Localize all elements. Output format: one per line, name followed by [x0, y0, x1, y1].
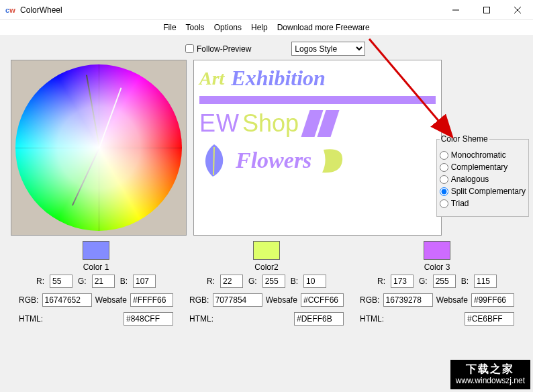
- menu-download[interactable]: Download more Freeware: [275, 21, 373, 34]
- html-input-2[interactable]: [294, 312, 344, 326]
- g-input-1[interactable]: [92, 275, 115, 288]
- preview-flowers: Flowers: [236, 148, 311, 173]
- swatch-column-3: Color 3R:G:B:RGB:WebsafeHTML:: [352, 241, 522, 326]
- radio-complementary[interactable]: Complementary: [440, 162, 526, 172]
- color-swatch-3: [424, 241, 450, 260]
- color-wheel-panel: [11, 60, 187, 236]
- b-input-3[interactable]: [474, 275, 497, 288]
- b-input-2[interactable]: [303, 275, 326, 288]
- preview-exhibition: Exhibition: [231, 66, 326, 91]
- rgb-input-1[interactable]: [42, 293, 92, 307]
- watermark: 下载之家 www.windowszj.net: [450, 360, 530, 389]
- maximize-button[interactable]: [471, 0, 502, 20]
- color-scheme-legend: Color Sheme: [440, 134, 489, 144]
- rgb-input-3[interactable]: [383, 293, 433, 307]
- style-select[interactable]: Logos Style: [291, 42, 365, 56]
- window-title: ColorWheel: [20, 5, 62, 15]
- swatch-column-1: Color 1R:G:B:RGB:WebsafeHTML:: [11, 241, 181, 326]
- color-scheme-group: Color Sheme Monochromatic Complementary …: [436, 134, 529, 217]
- preview-art: Art: [199, 68, 224, 89]
- preview-ew: EW: [199, 109, 240, 138]
- g-input-3[interactable]: [433, 275, 456, 288]
- minimize-button[interactable]: [440, 0, 471, 20]
- app-icon: cw: [5, 5, 16, 15]
- r-input-1[interactable]: [50, 275, 72, 288]
- swatch-column-2: Color2R:G:B:RGB:WebsafeHTML:: [181, 241, 352, 326]
- menu-tools[interactable]: Tools: [183, 21, 207, 34]
- picker-line-3: [99, 87, 122, 148]
- color-swatch-2: [253, 241, 280, 260]
- leaf-icon: [199, 143, 229, 178]
- follow-preview-checkbox[interactable]: Follow-Preview: [185, 44, 251, 54]
- websafe-input-2[interactable]: [301, 293, 344, 307]
- window-controls: [440, 0, 533, 20]
- color-swatch-1: [83, 241, 109, 260]
- preview-panel: Art Exhibition EW Shop Flowers: [193, 60, 442, 236]
- radio-split-complementary[interactable]: Split Complementary: [440, 187, 526, 196]
- flower-shape-icon: [318, 146, 345, 175]
- slash-icon: [305, 110, 335, 137]
- r-input-3[interactable]: [391, 275, 414, 288]
- menu-options[interactable]: Options: [211, 21, 244, 34]
- radio-triad[interactable]: Triad: [440, 199, 526, 208]
- swatch-label: Color2: [254, 262, 278, 272]
- html-input-1[interactable]: [124, 312, 173, 326]
- preview-shop: Shop: [242, 109, 299, 138]
- html-input-3[interactable]: [465, 312, 514, 326]
- b-input-1[interactable]: [133, 275, 156, 288]
- svg-text:cw: cw: [5, 6, 15, 14]
- r-input-2[interactable]: [220, 275, 243, 288]
- g-input-2[interactable]: [262, 275, 285, 288]
- radio-monochromatic[interactable]: Monochromatic: [440, 150, 526, 160]
- titlebar: cw ColorWheel: [0, 0, 533, 20]
- picker-line-1: [86, 75, 100, 148]
- menu-help[interactable]: Help: [248, 21, 271, 34]
- follow-preview-label: Follow-Preview: [197, 44, 251, 54]
- close-button[interactable]: [502, 0, 533, 20]
- menubar: File Tools Options Help Download more Fr…: [0, 20, 533, 35]
- menu-file[interactable]: File: [160, 21, 179, 34]
- radio-analogous[interactable]: Analogous: [440, 175, 526, 184]
- swatch-label: Color 1: [83, 262, 109, 272]
- rgb-input-2[interactable]: [213, 293, 262, 307]
- picker-line-2: [72, 148, 100, 206]
- websafe-input-1[interactable]: [130, 293, 173, 307]
- color-wheel[interactable]: [15, 64, 182, 231]
- follow-preview-input[interactable]: [185, 44, 194, 53]
- svg-rect-2: [484, 7, 490, 13]
- preview-bar: [199, 96, 436, 104]
- swatch-label: Color 3: [424, 262, 450, 272]
- websafe-input-3[interactable]: [471, 293, 514, 307]
